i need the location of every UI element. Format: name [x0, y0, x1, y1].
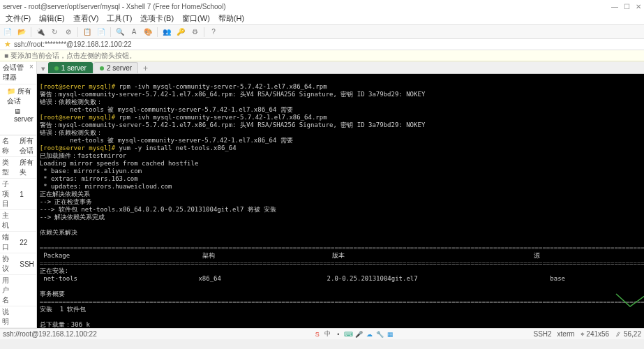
ime-icon[interactable]: S [313, 330, 322, 339]
prop-proto-k: 协议 [0, 253, 17, 275]
prop-user-v [17, 275, 36, 306]
prop-desc-k: 说明 [0, 306, 17, 328]
settings-icon[interactable]: ⚙ [190, 27, 200, 37]
prop-type-k: 类型 [0, 157, 17, 179]
address-text[interactable]: ssh://root:********@192.168.12.100:22 [14, 40, 132, 48]
prop-proto-v: SSH [17, 253, 36, 275]
session-manager-label: 会话管理器 [3, 63, 29, 82]
status-dot-icon [100, 66, 104, 70]
status-dot-icon [54, 66, 59, 70]
users-icon[interactable]: 👥 [162, 27, 172, 37]
properties-panel: 名称所有会话 类型所有夹 子项目1 主机 端口22 协议SSH 用户名 说明 [0, 135, 36, 328]
close-icon[interactable]: ✕ [636, 3, 641, 10]
tab-server-2[interactable]: 2 server [93, 62, 138, 73]
menu-help[interactable]: 帮助(H) [216, 13, 247, 24]
mic-icon[interactable]: 🎤 [355, 330, 364, 339]
paste-icon[interactable]: 📄 [96, 27, 106, 37]
grid-icon[interactable]: ▦ [387, 330, 395, 339]
minimize-icon[interactable]: — [611, 3, 618, 10]
toolbar: 📄 📂 🔌 ↻ ⊘ 📋 📄 🔍 A 🎨 👥 🔑 ⚙ ? [0, 25, 644, 39]
menu-tab[interactable]: 选项卡(B) [137, 13, 177, 24]
menu-edit[interactable]: 编辑(E) [36, 13, 68, 24]
menu-window[interactable]: 窗口(W) [179, 13, 213, 24]
tool-icon[interactable]: 🔧 [376, 330, 384, 339]
tab-server-1[interactable]: 1 server [48, 62, 93, 73]
prop-port-v: 22 [17, 232, 36, 253]
titlebar: server - root@server/opt/server/mysql - … [0, 0, 644, 13]
prop-child-k: 子项目 [0, 179, 17, 210]
help-icon[interactable]: ? [209, 27, 218, 37]
addressbar: ★ ssh://root:********@192.168.12.100:22 [0, 39, 644, 50]
find-icon[interactable]: 🔍 [115, 27, 125, 37]
status-ssh: SSH2 [533, 330, 551, 338]
hintbar: ■ 要添加当前会话，点击左侧的箭头按钮。 [0, 50, 644, 61]
kbd-icon[interactable]: ⌨ [345, 330, 353, 339]
separator [31, 27, 31, 37]
status-size: ⌖ 241x56 [581, 330, 610, 339]
separator [77, 27, 78, 37]
menubar: 文件(F) 编辑(E) 查看(V) 工具(T) 选项卡(B) 窗口(W) 帮助(… [0, 13, 644, 25]
prop-host-k: 主机 [0, 210, 17, 232]
separator [110, 27, 111, 37]
favorite-icon[interactable]: ★ [4, 40, 11, 49]
prop-user-k: 用户名 [0, 275, 17, 306]
window-title: server - root@server/opt/server/mysql - … [3, 3, 226, 10]
tree-item-server[interactable]: 🖥 server [3, 107, 33, 124]
session-manager-title: 会话管理器 × [0, 61, 36, 84]
prop-name-k: 名称 [0, 135, 17, 157]
menu-view[interactable]: 查看(V) [70, 13, 102, 24]
copy-icon[interactable]: 📋 [82, 27, 92, 37]
prop-name-v: 所有会话 [17, 135, 36, 157]
session-tree[interactable]: 📁 所有会话 🖥 server [0, 84, 36, 135]
prop-port-k: 端口 [0, 232, 17, 253]
terminal[interactable]: [root@server mysql]# rpm -ivh mysql-comm… [37, 74, 644, 328]
status-cursor: ⫽ 56,22 [615, 330, 641, 338]
prop-host-v [17, 210, 36, 232]
disconnect-icon[interactable]: ⊘ [63, 27, 73, 37]
tree-all-sessions[interactable]: 📁 所有会话 [3, 86, 33, 107]
hint-text: ■ 要添加当前会话，点击左侧的箭头按钮。 [4, 51, 136, 61]
close-panel-icon[interactable]: × [29, 63, 33, 82]
checkmark-annotation [583, 272, 638, 300]
maximize-icon[interactable]: ☐ [624, 3, 630, 10]
separator [157, 27, 158, 37]
color-icon[interactable]: 🎨 [143, 27, 153, 37]
tabbar: ▾ 1 server 2 server + [37, 61, 644, 74]
lang-icon[interactable]: 中 [324, 330, 332, 339]
sidebar: 会话管理器 × 📁 所有会话 🖥 server 名称所有会话 类型所有夹 子项目… [0, 61, 37, 328]
punct-icon[interactable]: • [334, 330, 343, 339]
reconnect-icon[interactable]: ↻ [50, 27, 59, 37]
menu-tools[interactable]: 工具(T) [104, 13, 135, 24]
add-tab-icon[interactable]: + [139, 64, 152, 73]
prop-child-v: 1 [17, 179, 36, 210]
status-term: xterm [557, 330, 575, 338]
status-connection: ssh://root@192.168.12.100:22 [3, 330, 97, 338]
open-icon[interactable]: 📂 [17, 27, 27, 37]
menu-file[interactable]: 文件(F) [3, 13, 33, 24]
font-icon[interactable]: A [129, 27, 139, 37]
tab-menu-icon[interactable]: ▾ [38, 64, 48, 73]
prop-desc-v [17, 306, 36, 328]
cloud-icon[interactable]: ☁ [366, 330, 374, 339]
prop-type-v: 所有夹 [17, 157, 36, 179]
connect-icon[interactable]: 🔌 [36, 27, 45, 37]
statusbar: ssh://root@192.168.12.100:22 S 中 • ⌨ 🎤 ☁… [0, 328, 644, 339]
new-icon[interactable]: 📄 [3, 27, 13, 37]
key-icon[interactable]: 🔑 [176, 27, 186, 37]
separator [204, 27, 204, 37]
